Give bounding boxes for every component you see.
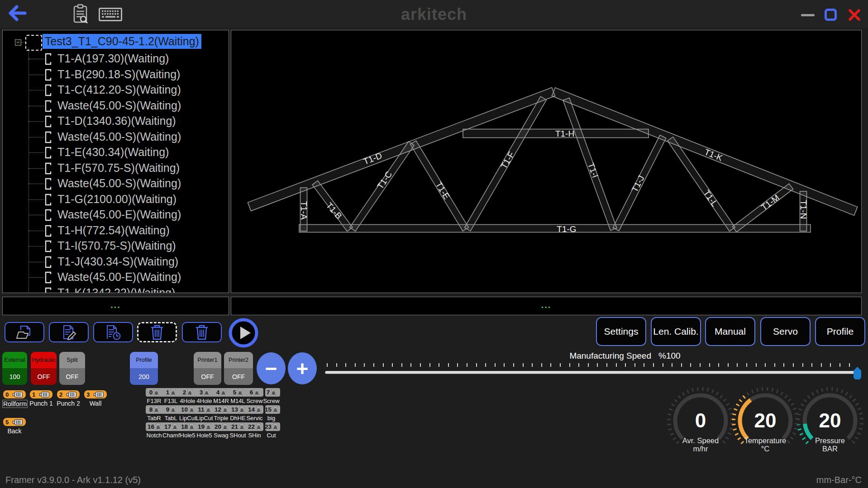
- speed-slider-track[interactable]: [325, 371, 861, 374]
- toggle-label: Profile: [130, 352, 158, 368]
- tool-label: Servic: [246, 415, 263, 422]
- tree-item[interactable]: T1-B(290.18-S)(Waiting): [3, 68, 229, 82]
- tree-item[interactable]: T1-D(1340.36)(Waiting): [3, 114, 229, 129]
- tool-cell[interactable]: 8: [146, 405, 162, 414]
- maximize-button[interactable]: [825, 9, 837, 21]
- tool-cell[interactable]: 16: [146, 422, 162, 431]
- tree-item[interactable]: Waste(45.00-S)(Waiting): [3, 177, 229, 191]
- manual-button[interactable]: Manual: [705, 317, 755, 346]
- tool-row: 8TabR9TabL10LipCut11LipCut12Triple13DhHE…: [146, 405, 281, 422]
- tree-connector: [29, 277, 44, 278]
- tool-number: 9: [166, 406, 170, 413]
- tree-item[interactable]: T1-C(412.20-S)(Waiting): [3, 83, 229, 98]
- tool-cell[interactable]: 4: [213, 388, 229, 397]
- delete-selected-button[interactable]: [137, 322, 177, 342]
- servo-button[interactable]: Servo: [760, 317, 811, 346]
- tree-collapse-icon[interactable]: −: [15, 39, 21, 46]
- tool-cell[interactable]: 13: [229, 405, 246, 414]
- edit-job-button[interactable]: [49, 322, 89, 342]
- tool-cell[interactable]: 5: [229, 388, 246, 397]
- tree-item[interactable]: Waste(45.00-E)(Waiting): [3, 208, 229, 223]
- toggle-printer2[interactable]: Printer2OFF: [224, 352, 253, 385]
- toggle-profile[interactable]: Profile200: [130, 352, 158, 385]
- tool-number: 16: [148, 423, 154, 430]
- station-button-rollform[interactable]: 0: [3, 390, 26, 398]
- tool-cell[interactable]: 21: [229, 422, 246, 431]
- speed-increase-button[interactable]: +: [288, 352, 317, 384]
- close-button[interactable]: [848, 9, 861, 21]
- tool-cell[interactable]: 11: [196, 405, 213, 414]
- tool-label: Notch: [146, 432, 162, 439]
- speed-decrease-button[interactable]: −: [257, 352, 286, 384]
- tool-cell[interactable]: 23: [263, 422, 280, 431]
- delete-all-button[interactable]: [182, 322, 222, 342]
- tool-cell[interactable]: 0: [146, 388, 162, 397]
- tree-item[interactable]: T1-J(430.34-S)(Waiting): [3, 255, 229, 270]
- tree-item[interactable]: Waste(45.00-E)(Waiting): [3, 270, 229, 285]
- tree-item[interactable]: T1-K(1342.22)(Waiting): [3, 286, 229, 294]
- start-button[interactable]: [228, 317, 259, 348]
- tree-item-label: Waste(45.00-E)(Waiting): [57, 208, 181, 221]
- station-button-punch-2[interactable]: 2: [57, 390, 80, 398]
- press-tool-icon: [204, 389, 209, 396]
- slider-tick: [373, 363, 374, 367]
- motor-icon: [94, 391, 105, 398]
- speed-slider-thumb[interactable]: [854, 367, 861, 379]
- slider-tick: [392, 363, 393, 367]
- tool-cell[interactable]: 2: [179, 388, 196, 397]
- toggle-hydraulic[interactable]: HydraulicOFF: [31, 352, 57, 385]
- tool-cell[interactable]: 6: [246, 388, 263, 397]
- settings-button[interactable]: Settings: [596, 317, 646, 346]
- motor-icon: [67, 391, 77, 398]
- tree-item[interactable]: T1-E(430.34)(Waiting): [3, 146, 229, 160]
- slider-tick: [420, 363, 421, 367]
- press-tool-icon: [223, 424, 228, 430]
- tree-item[interactable]: Waste(45.00-S)(Waiting): [3, 99, 229, 114]
- tree-item[interactable]: T1-I(570.75-S)(Waiting): [3, 239, 229, 254]
- tool-number: 14: [248, 406, 255, 413]
- tree-item[interactable]: Waste(45.00-S)(Waiting): [3, 130, 229, 145]
- tree-item[interactable]: T1-F(570.75-S)(Waiting): [3, 161, 229, 176]
- open-file-button[interactable]: [5, 322, 44, 342]
- tree-expand-strip[interactable]: ...: [2, 297, 229, 315]
- tool-cell[interactable]: 3: [196, 388, 213, 397]
- job-report-button[interactable]: [93, 322, 133, 342]
- tool-number: 19: [198, 423, 205, 430]
- tree-root-item[interactable]: − Test3_T1_C90-45-1.2(Waiting): [3, 35, 229, 50]
- toggle-printer1[interactable]: Printer1OFF: [194, 352, 221, 385]
- tool-cell[interactable]: 22: [246, 422, 263, 431]
- tool-cell[interactable]: 17: [162, 422, 179, 431]
- tree-item[interactable]: T1-G(2100.00)(Waiting): [3, 193, 229, 207]
- tool-cell[interactable]: 1: [162, 388, 179, 397]
- toggle-value: OFF: [59, 368, 85, 385]
- tool-cell[interactable]: 19: [196, 422, 213, 431]
- press-tool-icon: [172, 424, 177, 430]
- tool-cell[interactable]: 15: [263, 405, 280, 414]
- tool-label: SHout: [229, 432, 246, 439]
- motor-icon: [13, 419, 24, 426]
- station-button-back[interactable]: 5: [3, 418, 26, 426]
- tool-cell[interactable]: 12: [213, 405, 229, 414]
- length-calibration-button[interactable]: Len. Calib.: [651, 317, 701, 346]
- version-status-text: Framer v3.9.0.0 - Ark v1.1.12 (v5): [5, 475, 141, 485]
- tool-cell[interactable]: 7: [263, 388, 280, 397]
- profile-button[interactable]: Profile: [815, 317, 865, 346]
- toggle-external[interactable]: External100: [2, 352, 27, 385]
- tool-cell[interactable]: 18: [179, 422, 196, 431]
- slider-tick: [569, 363, 570, 367]
- tool-cell[interactable]: 14: [246, 405, 263, 414]
- tool-label: TabL: [162, 415, 179, 422]
- member-label-T1-K: T1-K: [703, 147, 724, 163]
- tree-item[interactable]: T1-A(197.30)(Waiting): [3, 52, 229, 66]
- diagram-expand-strip[interactable]: ...: [231, 297, 862, 315]
- tool-cell[interactable]: 10: [179, 405, 196, 414]
- tool-number: 7: [267, 389, 270, 396]
- tool-cell[interactable]: 20: [213, 422, 229, 431]
- tree-item[interactable]: T1-H(772.54)(Waiting): [3, 224, 229, 238]
- station-button-punch-1[interactable]: 1: [30, 390, 52, 398]
- toggle-split[interactable]: SplitOFF: [59, 352, 85, 385]
- minimize-button[interactable]: [801, 14, 815, 16]
- tool-cell[interactable]: 9: [162, 405, 179, 414]
- tree-connector: [29, 152, 44, 153]
- station-button-wall[interactable]: 3: [84, 390, 107, 398]
